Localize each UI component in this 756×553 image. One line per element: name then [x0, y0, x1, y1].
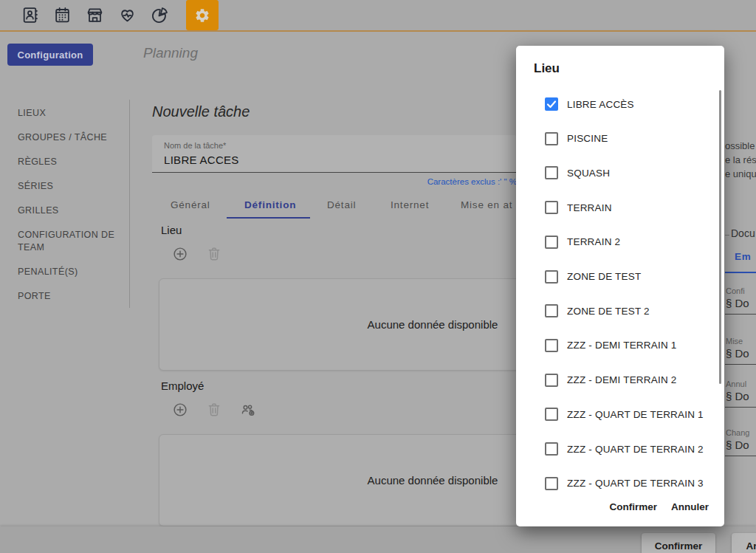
task-name-label: Nom de la tâche*	[164, 141, 226, 150]
employe-section-label: Employé	[161, 379, 204, 392]
dialog-option-label: TERRAIN	[567, 202, 612, 213]
dialog-option-terrain[interactable]: TERRAIN	[516, 198, 724, 217]
excluded-characters-hint: Caractères exclus :' " %	[152, 177, 517, 186]
right-panel-text-fragment: ossible	[725, 140, 755, 151]
sidebar-item-porte[interactable]: PORTE	[18, 290, 123, 303]
sidebar-item-lieux[interactable]: LIEUX	[18, 107, 123, 120]
group-add-icon[interactable]	[240, 402, 256, 418]
dialog-title: Lieu	[534, 61, 560, 76]
checkbox-unchecked-icon[interactable]	[545, 408, 558, 421]
store-icon[interactable]	[86, 6, 104, 24]
right-panel-text-fragment: e uniqu	[725, 168, 756, 179]
health-icon[interactable]	[118, 6, 137, 24]
document-tab-fragment[interactable]: Em	[735, 251, 752, 262]
contacts-icon[interactable]	[21, 6, 39, 24]
tab-mise-en-at[interactable]: Mise en at	[461, 199, 512, 210]
checkbox-unchecked-icon[interactable]	[545, 201, 558, 214]
page-title: Planning	[143, 45, 198, 61]
checkbox-unchecked-icon[interactable]	[545, 374, 558, 387]
right-panel-field-underline	[725, 364, 756, 365]
sidebar-item-grilles[interactable]: GRILLES	[18, 205, 123, 217]
document-group-border	[725, 235, 729, 236]
lieu-picker-dialog: Lieu LIBRE ACCÈSPISCINESQUASHTERRAINTERR…	[516, 46, 724, 526]
settings-icon[interactable]	[186, 0, 219, 30]
checkbox-unchecked-icon[interactable]	[545, 270, 558, 284]
topbar-icon-row	[0, 0, 219, 30]
right-panel-field-value: § Do	[726, 347, 749, 360]
checkbox-unchecked-icon[interactable]	[545, 236, 558, 249]
document-group-legend: Docu	[731, 227, 755, 239]
dialog-option-label: ZZZ - DEMI TERRAIN 2	[567, 374, 677, 385]
settings-sidebar: LIEUXGROUPES / TÂCHERÈGLESSÉRIESGRILLESC…	[18, 107, 123, 315]
task-name-value: LIBRE ACCES	[164, 154, 239, 166]
right-panel-field-label: Mise	[726, 337, 743, 346]
dialog-cancel-button[interactable]: Annuler	[667, 501, 713, 513]
dialog-option-label: ZONE DE TEST	[567, 271, 641, 282]
tab-d-tail[interactable]: Détail	[327, 199, 356, 210]
sidebar-item-groupes-t-che[interactable]: GROUPES / TÂCHE	[18, 131, 123, 144]
right-panel-field-underline	[725, 407, 756, 408]
sidebar-item-configuration-de-team[interactable]: CONFIGURATION DE TEAM	[18, 229, 123, 254]
dialog-option-terrain-2[interactable]: TERRAIN 2	[516, 233, 724, 252]
dialog-option-zzz-quart-de-terrain-1[interactable]: ZZZ - QUART DE TERRAIN 1	[516, 405, 724, 424]
dialog-option-zone-de-test[interactable]: ZONE DE TEST	[516, 267, 724, 286]
sidebar-item-penalit-s-[interactable]: PENALITÉ(S)	[18, 266, 123, 278]
add-circle-icon[interactable]	[172, 402, 188, 418]
tab-internet[interactable]: Internet	[391, 199, 429, 210]
active-tab-underline	[227, 217, 310, 219]
employe-toolbar	[172, 402, 256, 418]
checkbox-unchecked-icon[interactable]	[545, 304, 558, 317]
form-confirm-button[interactable]: Confirmer	[642, 533, 715, 553]
dialog-option-zzz-demi-terrain-2[interactable]: ZZZ - DEMI TERRAIN 2	[516, 371, 724, 390]
lieu-empty-text: Aucune donnée disponible	[368, 318, 498, 331]
dialog-option-label: TERRAIN 2	[567, 236, 620, 247]
right-panel-field-value: § Do	[726, 439, 749, 451]
trash-icon	[206, 246, 222, 262]
dialog-option-zzz-quart-de-terrain-2[interactable]: ZZZ - QUART DE TERRAIN 2	[516, 439, 724, 458]
dialog-confirm-button[interactable]: Confirmer	[605, 501, 662, 513]
checkbox-unchecked-icon[interactable]	[545, 339, 558, 352]
dialog-option-zone-de-test-2[interactable]: ZONE DE TEST 2	[516, 301, 724, 320]
dialog-option-label: ZZZ - QUART DE TERRAIN 2	[567, 444, 704, 455]
dialog-option-piscine[interactable]: PISCINE	[516, 129, 724, 148]
dialog-option-label: ZZZ - QUART DE TERRAIN 3	[567, 478, 704, 489]
add-circle-icon[interactable]	[172, 246, 188, 262]
checkbox-unchecked-icon[interactable]	[545, 132, 558, 145]
lieu-toolbar	[172, 246, 222, 262]
dialog-option-label: PISCINE	[567, 133, 608, 144]
sidebar-item-r-gles[interactable]: RÈGLES	[18, 156, 123, 168]
dialog-option-zzz-quart-de-terrain-3[interactable]: ZZZ - QUART DE TERRAIN 3	[516, 474, 724, 493]
task-name-field[interactable]: Nom de la tâche* LIBRE ACCES	[152, 135, 517, 173]
right-panel-text-fragment: e la rés	[725, 154, 756, 165]
dialog-option-label: ZZZ - QUART DE TERRAIN 1	[567, 409, 704, 420]
checkbox-unchecked-icon[interactable]	[545, 442, 558, 456]
dialog-option-label: ZONE DE TEST 2	[567, 306, 650, 317]
right-panel-field-underline	[725, 456, 756, 456]
dialog-scrollbar[interactable]	[719, 90, 721, 384]
checkbox-unchecked-icon[interactable]	[545, 166, 558, 179]
dialog-option-label: SQUASH	[567, 168, 610, 179]
calendar-icon[interactable]	[53, 6, 72, 24]
configuration-button[interactable]: Configuration	[7, 44, 93, 66]
right-panel-field-label: Annul	[726, 379, 746, 388]
right-panel-field-label: Confi	[726, 286, 745, 295]
checkbox-checked-icon[interactable]	[545, 97, 558, 111]
trash-icon	[206, 402, 222, 418]
tab-d-finition[interactable]: Définition	[244, 199, 296, 210]
sidebar-divider	[129, 100, 130, 308]
dialog-option-squash[interactable]: SQUASH	[516, 163, 724, 182]
dialog-option-label: LIBRE ACCÈS	[567, 99, 634, 110]
right-panel-field-underline	[725, 314, 756, 315]
right-panel-field-value: § Do	[726, 297, 749, 309]
tab-g-n-ral[interactable]: Général	[171, 199, 210, 210]
dialog-option-zzz-demi-terrain-1[interactable]: ZZZ - DEMI TERRAIN 1	[516, 336, 724, 355]
checkbox-unchecked-icon[interactable]	[545, 477, 558, 490]
right-panel-field-label: Chang	[726, 428, 749, 437]
employe-empty-text: Aucune donnée disponible	[368, 474, 498, 487]
sidebar-item-s-ries[interactable]: SÉRIES	[18, 180, 123, 193]
form-title: Nouvelle tâche	[152, 103, 250, 120]
pie-chart-icon[interactable]	[151, 6, 169, 24]
right-panel-field-value: § Do	[726, 390, 749, 402]
dialog-option-libre-acc-s[interactable]: LIBRE ACCÈS	[516, 95, 724, 114]
right-panel-clipped: Docu Em ossiblee la rése uniquConfi§ DoM…	[725, 0, 756, 553]
